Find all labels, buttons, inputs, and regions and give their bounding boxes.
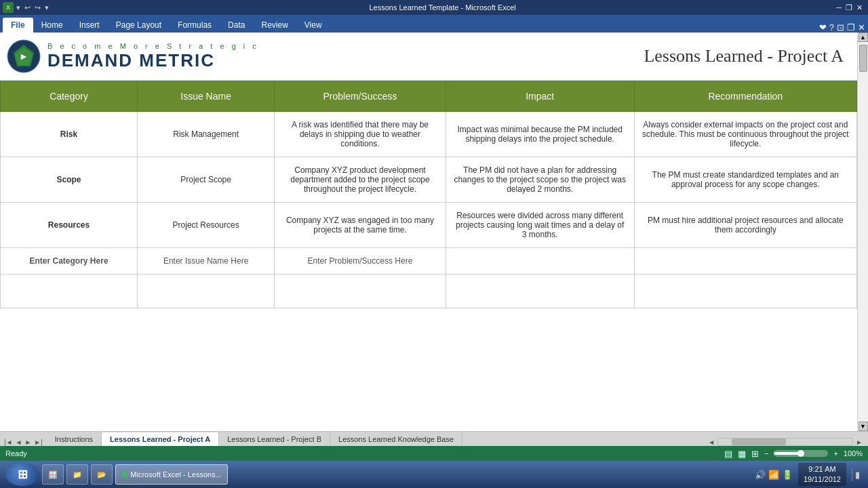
vertical-scrollbar[interactable]: ▲ ▼ <box>857 33 868 431</box>
problem-cell-scope: Company XYZ product development departme… <box>275 157 446 203</box>
restore-btn[interactable]: ❐ <box>846 3 852 12</box>
empty-cell[interactable] <box>275 274 446 308</box>
empty-cell[interactable] <box>446 274 634 308</box>
empty-cell[interactable] <box>634 274 856 308</box>
spreadsheet-area: ► B e c o m e M o r e S t r a t e g i c … <box>0 33 857 431</box>
view-page-btn[interactable]: ⊞ <box>751 449 759 459</box>
scroll-thumb[interactable] <box>859 45 867 72</box>
view-normal-btn[interactable]: ▤ <box>724 449 732 459</box>
ribbon-tabs: File Home Insert Page Layout Formulas Da… <box>0 15 868 33</box>
category-cell-resources: Resources <box>1 203 138 248</box>
ribbon-expand-btn[interactable]: ⊡ <box>837 22 844 33</box>
clock-time: 9:21 AM <box>804 464 841 474</box>
empty-cell[interactable] <box>1 274 138 308</box>
category-cell-risk: Risk <box>1 112 138 157</box>
show-desktop-btn[interactable]: ▮ <box>852 468 863 481</box>
status-bar: Ready ▤ ▦ ⊞ − + 100% <box>0 446 868 461</box>
table-row: Scope Project Scope Company XYZ product … <box>1 157 857 203</box>
clock-date: 19/11/2012 <box>804 474 841 485</box>
sheet-nav-first[interactable]: |◄ <box>3 439 14 446</box>
tab-review[interactable]: Review <box>253 18 296 33</box>
empty-cell[interactable] <box>138 274 275 308</box>
ready-status: Ready <box>5 449 27 458</box>
excel-icon: X <box>3 2 14 13</box>
help-btn[interactable]: ? <box>829 22 834 33</box>
window-close-btn2[interactable]: ✕ <box>858 22 865 33</box>
category-cell-placeholder[interactable]: Enter Category Here <box>1 248 138 274</box>
tab-page-layout[interactable]: Page Layout <box>108 18 170 33</box>
sheet-nav-prev[interactable]: ◄ <box>14 439 24 446</box>
report-title: Lessons Learned - Project A <box>644 46 844 66</box>
table-row: Resources Project Resources Company XYZ … <box>1 203 857 248</box>
scroll-up-btn[interactable]: ▲ <box>859 33 868 42</box>
scroll-down-btn[interactable]: ▼ <box>859 422 868 431</box>
horizontal-scroll-left[interactable]: ◄ <box>708 439 715 446</box>
taskbar-app-explorer1[interactable]: 🪟 <box>42 464 64 485</box>
minimize-btn[interactable]: ─ <box>836 3 842 12</box>
scroll-track[interactable] <box>859 42 867 422</box>
zoom-out-btn[interactable]: − <box>764 449 768 458</box>
tab-view[interactable]: View <box>296 18 330 33</box>
zoom-slider[interactable] <box>774 450 828 457</box>
table-row: Enter Category Here Enter Issue Name Her… <box>1 248 857 274</box>
recommendation-cell-scope: The PM must create standardized template… <box>634 157 856 203</box>
tab-insert[interactable]: Insert <box>71 18 108 33</box>
taskbar-right: 🔊 📶 🔋 9:21 AM 19/11/2012 ▮ <box>755 463 863 487</box>
taskbar-app-explorer2[interactable]: 📁 <box>66 464 88 485</box>
taskbar-app-explorer3[interactable]: 📂 <box>91 464 113 485</box>
logo-tagline: B e c o m e M o r e S t r a t e g i c <box>47 42 259 50</box>
impact-cell-scope: The PM did not have a plan for addressin… <box>446 157 634 203</box>
tab-home[interactable]: Home <box>33 18 71 33</box>
zoom-level: 100% <box>844 449 863 458</box>
ribbon-right-controls: ❤ ? ⊡ ❐ ✕ <box>819 22 865 33</box>
tab-file[interactable]: File <box>3 18 33 33</box>
excel-taskbar-label: Microsoft Excel - Lessons... <box>130 470 222 479</box>
issue-cell-placeholder[interactable]: Enter Issue Name Here <box>138 248 275 274</box>
impact-cell-placeholder[interactable] <box>446 248 634 274</box>
sheet-nav-last[interactable]: ►| <box>33 439 44 446</box>
sheet-tab-instructions[interactable]: Instructions <box>47 432 102 446</box>
taskbar-app-excel[interactable]: X Microsoft Excel - Lessons... <box>115 464 228 485</box>
h-scroll-thumb[interactable] <box>732 439 786 445</box>
window-restore-btn2[interactable]: ❐ <box>847 22 855 33</box>
title-bar-left: X ▾ ↩ ↪ ▾ <box>0 2 49 13</box>
impact-cell-risk: Impact was minimal because the PM includ… <box>446 112 634 157</box>
logo-text: B e c o m e M o r e S t r a t e g i c DE… <box>47 42 259 71</box>
tab-data[interactable]: Data <box>220 18 253 33</box>
sheet-tab-project-b[interactable]: Lessons Learned - Project B <box>219 432 330 446</box>
problem-cell-risk: A risk was identified that there may be … <box>275 112 446 157</box>
table-row-empty <box>1 274 857 308</box>
title-bar-controls: ─ ❐ ✕ <box>836 3 868 12</box>
problem-cell-resources: Company XYZ was engaged in too many proj… <box>275 203 446 248</box>
logo-header: ► B e c o m e M o r e S t r a t e g i c … <box>0 33 857 81</box>
problem-cell-placeholder[interactable]: Enter Problem/Success Here <box>275 248 446 274</box>
category-cell-scope: Scope <box>1 157 138 203</box>
view-layout-btn[interactable]: ▦ <box>738 449 746 459</box>
explorer3-icon: 📂 <box>97 470 106 479</box>
main-content: ► B e c o m e M o r e S t r a t e g i c … <box>0 33 868 431</box>
zoom-in-btn[interactable]: + <box>833 449 837 458</box>
zoom-thumb[interactable] <box>797 450 804 457</box>
table-row: Risk Risk Management A risk was identifi… <box>1 112 857 157</box>
taskbar: ⊞ 🪟 📁 📂 X Microsoft Excel - Lessons... 🔊… <box>0 461 868 488</box>
recommendation-cell-placeholder[interactable] <box>634 248 856 274</box>
explorer1-icon: 🪟 <box>48 470 58 479</box>
sheet-tab-knowledge-base[interactable]: Lessons Learned Knowledge Base <box>330 432 462 446</box>
sheet-tab-project-a[interactable]: Lessons Learned - Project A <box>102 432 219 446</box>
clock-display[interactable]: 9:21 AM 19/11/2012 <box>798 463 846 487</box>
logo-name: DEMAND METRIC <box>47 50 259 71</box>
sheet-nav-controls: |◄ ◄ ► ►| <box>0 439 47 446</box>
issue-cell-resources: Project Resources <box>138 203 275 248</box>
sheet-tabs-bar: |◄ ◄ ► ►| Instructions Lessons Learned -… <box>0 431 868 446</box>
horizontal-scroll-right[interactable]: ► <box>856 439 863 446</box>
lessons-table: Category Issue Name Problem/Success Impa… <box>0 81 857 308</box>
start-button[interactable]: ⊞ <box>5 463 39 486</box>
sheet-tabs-right: ◄ ► <box>708 438 868 446</box>
close-btn[interactable]: ✕ <box>856 3 863 12</box>
excel-taskbar-icon: X <box>121 469 127 480</box>
help-icon[interactable]: ❤ <box>819 22 827 33</box>
col-header-problem: Problem/Success <box>275 81 446 112</box>
sheet-nav-next[interactable]: ► <box>23 439 33 446</box>
tab-formulas[interactable]: Formulas <box>170 18 220 33</box>
horizontal-scrollbar[interactable] <box>717 438 853 446</box>
